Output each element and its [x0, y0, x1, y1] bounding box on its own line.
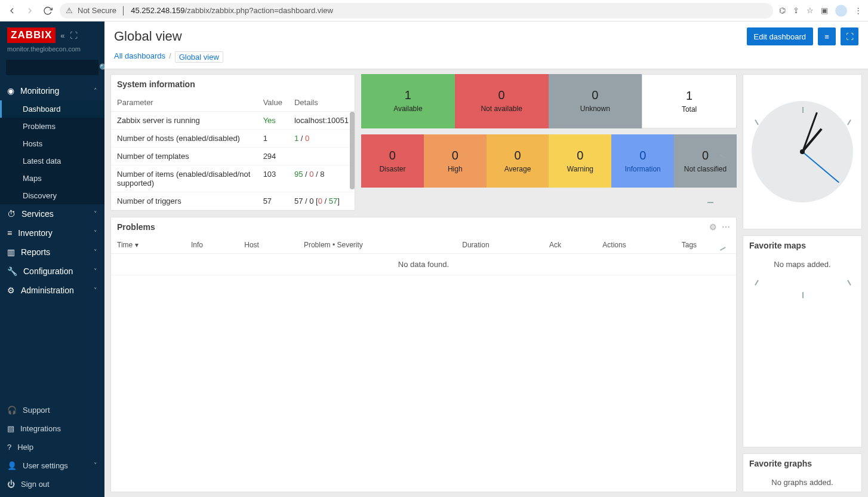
clock-center — [800, 149, 805, 154]
tile-label: Warning — [551, 165, 609, 173]
col-header[interactable]: Actions — [596, 237, 675, 254]
search-input[interactable] — [10, 63, 99, 72]
nav-signout[interactable]: ⏻Sign out — [0, 475, 104, 493]
nav: ◉ Monitoring ˄ DashboardProblemsHostsLat… — [0, 81, 104, 397]
cell-value: 1 — [257, 130, 288, 148]
col-header[interactable]: Duration — [456, 237, 543, 254]
nav-user-settings[interactable]: 👤User settings˅ — [0, 456, 104, 475]
menu-icon[interactable]: ⋮ — [854, 6, 862, 15]
nav-help[interactable]: ?Help — [0, 438, 104, 456]
main: Global view Edit dashboard ≡ ⛶ All dashb… — [104, 22, 868, 497]
cell-param: Number of items (enabled/disabled/not su… — [111, 165, 257, 192]
nav-label: Monitoring — [20, 86, 59, 96]
tile-not-available[interactable]: 0Not available — [455, 74, 549, 128]
col-header[interactable]: Time ▾ — [111, 237, 185, 254]
tile-count: 0 — [676, 149, 734, 162]
col-header[interactable]: Ack — [543, 237, 596, 254]
chevron-down-icon: ˅ — [94, 462, 97, 470]
tile-total[interactable]: 1Total — [642, 74, 737, 128]
chevron-down-icon: ˅ — [94, 210, 97, 218]
tile-count: 0 — [551, 149, 609, 162]
nav-services[interactable]: ⏱Services˅ — [0, 204, 104, 223]
col-header[interactable]: Problem • Severity — [298, 237, 456, 254]
widget-title: System information — [111, 75, 355, 94]
edit-dashboard-button[interactable]: Edit dashboard — [747, 27, 813, 45]
breadcrumb-current[interactable]: Global view — [175, 51, 223, 63]
tile-unknown[interactable]: 0Unknown — [549, 74, 642, 128]
expand-icon[interactable]: ⛶ — [70, 31, 78, 40]
url-bar[interactable]: ⚠ Not Secure │ 45.252.248.159/zabbix/zab… — [60, 3, 773, 19]
tile-warning[interactable]: 0Warning — [549, 134, 611, 188]
collapse-sidebar-icon[interactable]: « — [60, 31, 64, 40]
breadcrumb-root[interactable]: All dashboards — [114, 51, 165, 63]
not-secure-icon: ⚠ — [66, 6, 73, 15]
panel-icon[interactable]: ▣ — [821, 6, 828, 15]
nav-bottom: 🎧Support ▧Integrations ?Help 👤User setti… — [0, 397, 104, 497]
more-icon[interactable]: ⋯ — [722, 222, 730, 232]
sidebar-item-discovery[interactable]: Discovery — [0, 187, 104, 204]
cell-param: Zabbix server is running — [111, 112, 257, 130]
tile-label: Not classified — [676, 165, 734, 173]
tile-disaster[interactable]: 0Disaster — [361, 134, 424, 188]
second-hand — [802, 151, 839, 183]
tile-label: Unknown — [551, 105, 640, 113]
sidebar-item-problems[interactable]: Problems — [0, 118, 104, 135]
breadcrumb-sep: / — [169, 51, 171, 63]
widget-title: Favorite maps — [743, 236, 861, 255]
url-text: 45.252.248.159/zabbix/zabbix.php?action=… — [131, 6, 333, 15]
user-icon: 👤 — [7, 461, 17, 470]
col-header[interactable]: Host — [238, 237, 298, 254]
nav-inventory[interactable]: ≡Inventory˅ — [0, 223, 104, 243]
tile-not-classified[interactable]: 0Not classified — [674, 134, 737, 188]
back-button[interactable] — [6, 5, 18, 17]
nav-support[interactable]: 🎧Support — [0, 401, 104, 419]
nav-reports[interactable]: ▥Reports˅ — [0, 243, 104, 262]
sidebar-item-maps[interactable]: Maps — [0, 170, 104, 187]
gear-icon[interactable]: ⚙ — [709, 222, 717, 232]
forward-button[interactable] — [24, 5, 36, 17]
page-title: Global view — [114, 29, 182, 44]
fullscreen-icon[interactable]: ⛶ — [841, 27, 858, 45]
col-header[interactable]: Info — [185, 237, 238, 254]
tile-information[interactable]: 0Information — [611, 134, 674, 188]
nav-monitoring[interactable]: ◉ Monitoring ˄ — [0, 81, 104, 100]
tile-high[interactable]: 0High — [424, 134, 487, 188]
nav-label: Help — [17, 443, 33, 452]
col-header[interactable]: Tags — [676, 237, 736, 254]
tile-count: 0 — [457, 88, 546, 102]
table-row: Zabbix server is runningYeslocalhost:100… — [111, 112, 355, 130]
nodata-label: No data found. — [111, 254, 736, 275]
sidebar-item-latest-data[interactable]: Latest data — [0, 152, 104, 170]
reload-button[interactable] — [42, 5, 54, 17]
star-icon[interactable]: ☆ — [807, 6, 814, 15]
tile-count: 1 — [364, 88, 453, 102]
list-icon: ≡ — [7, 228, 12, 238]
sidebar-search[interactable]: 🔍 — [6, 60, 99, 75]
power-icon: ⏻ — [7, 480, 15, 489]
sidebar-item-dashboard[interactable]: Dashboard — [0, 100, 104, 118]
cell-param: Number of templates — [111, 148, 257, 165]
nav-label: Configuration — [23, 266, 73, 276]
cell-param: Number of triggers — [111, 192, 257, 210]
widget-clock — [743, 74, 862, 229]
tile-count: 1 — [645, 89, 734, 103]
cell-value: Yes — [257, 112, 288, 130]
tile-average[interactable]: 0Average — [487, 134, 549, 188]
table-row: Number of hosts (enabled/disabled)11 / 0 — [111, 130, 355, 148]
profile-icon[interactable] — [835, 5, 847, 17]
share-icon[interactable]: ⇪ — [793, 6, 799, 15]
nav-administration[interactable]: ⚙Administration˅ — [0, 281, 104, 300]
z-icon: ▧ — [7, 424, 14, 433]
nav-integrations[interactable]: ▧Integrations — [0, 419, 104, 438]
wrench-icon: 🔧 — [7, 266, 17, 276]
tile-count: 0 — [364, 149, 421, 162]
tile-available[interactable]: 1Available — [361, 74, 455, 128]
not-secure-label: Not Secure — [78, 6, 116, 15]
hamburger-icon[interactable]: ≡ — [818, 27, 836, 45]
sidebar-item-hosts[interactable]: Hosts — [0, 135, 104, 152]
tile-label: Total — [645, 105, 734, 113]
nav-configuration[interactable]: 🔧Configuration˅ — [0, 262, 104, 281]
tile-count: 0 — [551, 88, 640, 102]
key-icon[interactable]: ⌬ — [779, 6, 786, 15]
logo[interactable]: ZABBIX — [7, 27, 56, 43]
